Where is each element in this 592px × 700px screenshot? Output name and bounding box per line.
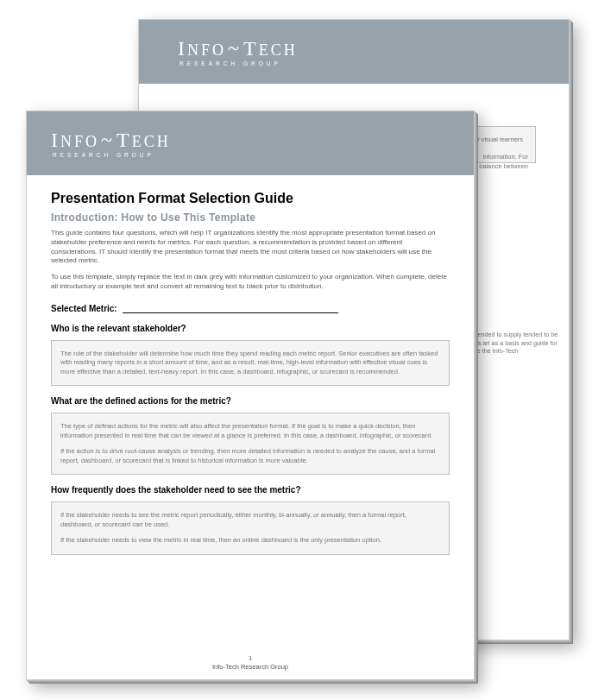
answer-1-box: The role of the stakeholder will determi… — [51, 340, 450, 387]
intro-heading: Introduction: How to Use This Template — [51, 211, 450, 224]
answer-3-box: If the stakeholder needs to see the metr… — [51, 501, 450, 555]
answer-4-frag-a: information. For — [482, 153, 528, 161]
answer-3-text-p2: If the stakeholder needs to view the met… — [60, 536, 440, 545]
brand-logo-text: INFO~TECH — [178, 38, 298, 59]
page-number: 1 — [27, 654, 474, 662]
footer-org: Info-Tech Research Group — [212, 663, 288, 671]
question-1: Who is the relevant stakeholder? — [51, 324, 450, 333]
answer-4-frag-b: ght balance between — [469, 162, 528, 170]
selected-metric-label: Selected Metric: — [51, 304, 117, 313]
answer-2-text-p1: The type of defined actions for the metr… — [60, 422, 440, 440]
page-footer: 1 Info-Tech Research Group — [27, 654, 474, 671]
brand-subtext: RESEARCH GROUP — [178, 60, 281, 66]
front-content: Presentation Format Selection Guide Intr… — [27, 175, 474, 564]
document-page-front: INFO~TECH RESEARCH GROUP Presentation Fo… — [26, 110, 475, 680]
question-3: How frequently does the stakeholder need… — [51, 485, 450, 495]
brand-header-front: INFO~TECH RESEARCH GROUP — [27, 111, 474, 175]
page-title: Presentation Format Selection Guide — [51, 191, 450, 206]
brand-subtext: RESEARCH GROUP — [51, 152, 154, 158]
answer-2-text-p2: If the action is to drive root-cause ana… — [60, 447, 440, 465]
answer-1-text: The role of the stakeholder will determi… — [60, 350, 440, 377]
brand-logo-text: INFO~TECH — [51, 129, 171, 150]
selected-metric-row: Selected Metric: — [51, 304, 450, 313]
intro-paragraph-1: This guide contains four questions, whic… — [51, 229, 450, 266]
question-2: What are the defined actions for the met… — [51, 396, 450, 406]
answer-2-box: The type of defined actions for the metr… — [51, 413, 450, 475]
intro-paragraph-2: To use this template, simply replace the… — [51, 273, 450, 292]
selected-metric-blank-line — [123, 305, 338, 313]
brand-header-back: INFO~TECH RESEARCH GROUP — [139, 20, 569, 84]
answer-3-text-p1: If the stakeholder needs to see the metr… — [60, 511, 440, 529]
